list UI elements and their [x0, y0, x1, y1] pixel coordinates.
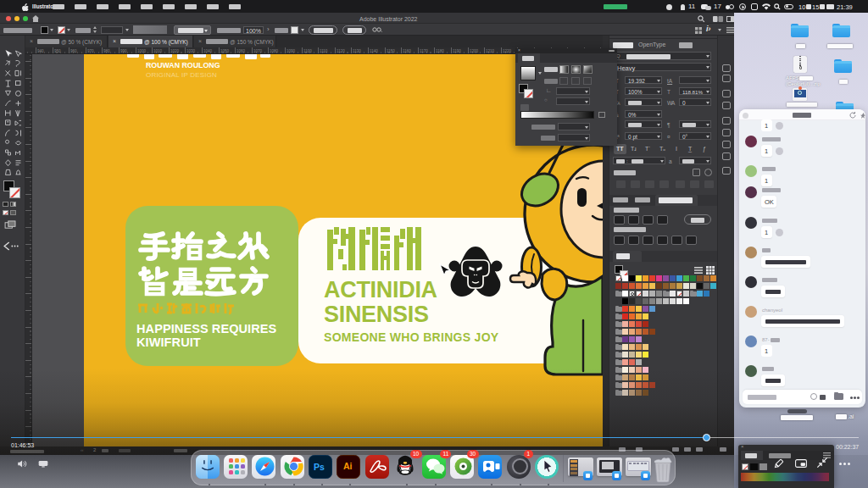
- svg-text:ACTINIDIA: ACTINIDIA: [324, 277, 437, 302]
- svg-text:HAPPINESS REQUIRES: HAPPINESS REQUIRES: [136, 322, 277, 336]
- svg-text:SINENSIS: SINENSIS: [324, 302, 429, 327]
- svg-text:SOMEONE WHO BRINGS JOY: SOMEONE WHO BRINGS JOY: [324, 330, 499, 344]
- svg-text:KIWIFRUIT: KIWIFRUIT: [136, 336, 201, 349]
- svg-text:ROUWAN ROULONG: ROUWAN ROULONG: [146, 61, 220, 69]
- svg-text:ORIGINAL IP DESIGN: ORIGINAL IP DESIGN: [146, 71, 217, 79]
